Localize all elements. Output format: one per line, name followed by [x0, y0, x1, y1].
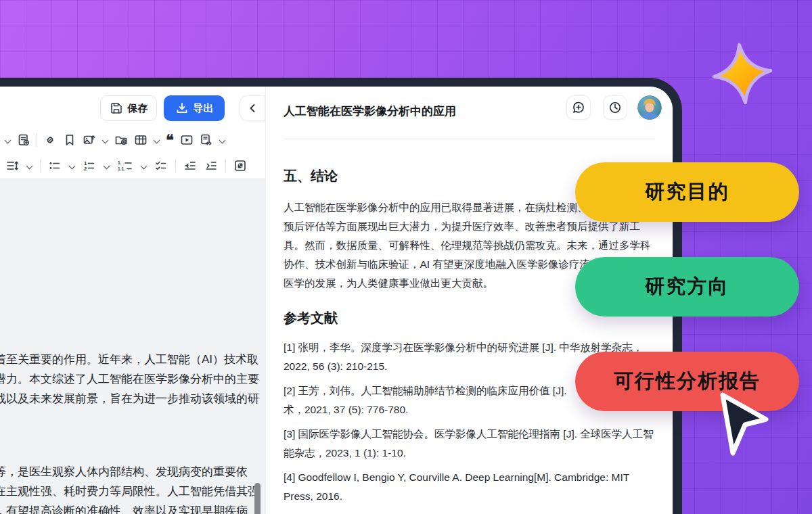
reference-line: 能杂志，2023, 1 (1): 1-10. [284, 444, 656, 463]
table-icon[interactable] [134, 133, 148, 147]
chevron-down-icon[interactable] [69, 163, 75, 169]
editor-action-bar: 保存 导出 [0, 95, 265, 121]
mouse-cursor [713, 391, 775, 460]
reference-item: [4] Goodfellow I, Bengio Y, Courville A.… [284, 468, 656, 506]
insert-file-icon[interactable] [114, 133, 128, 147]
badge-research-direction[interactable]: 研究方向 [575, 257, 799, 317]
app-window: 保存 导出 [0, 87, 673, 514]
format-toolbar-row-1: ❝ [0, 133, 225, 147]
document-title: 人工智能在医学影像分析中的应用 [284, 103, 456, 119]
add-comment-button[interactable] [566, 95, 591, 120]
chevron-down-icon[interactable] [154, 137, 160, 143]
badge-label: 研究目的 [646, 179, 729, 206]
collapse-panel-button[interactable] [240, 95, 265, 121]
line-spacing-icon[interactable] [5, 159, 19, 172]
video-icon[interactable] [180, 133, 194, 147]
insert-page-icon[interactable] [17, 133, 30, 147]
reference-line: Press, 2016. [284, 487, 656, 506]
badge-label: 研究方向 [646, 273, 729, 300]
chevron-down-icon[interactable] [26, 163, 32, 169]
numbered-list-icon[interactable]: 1 2 [83, 159, 96, 172]
badge-research-purpose[interactable]: 研究目的 [575, 162, 799, 222]
download-icon [175, 101, 189, 115]
editor-document-area[interactable]: 着至关重要的作用。近年来，人工智能（AI）技术取 潜力。本文综述了人工智能在医学… [0, 179, 265, 514]
image-upload-icon[interactable] [83, 133, 96, 147]
indent-icon[interactable] [204, 159, 218, 172]
reference-line: [4] Goodfellow I, Bengio Y, Courville A.… [284, 468, 656, 487]
checklist-icon[interactable] [154, 159, 168, 172]
chevron-down-icon[interactable] [104, 163, 110, 169]
code-block-icon[interactable] [200, 133, 213, 147]
fullscreen-icon[interactable] [233, 159, 247, 172]
sparkle-star-icon [711, 42, 773, 106]
conclusion-line: 具。然而，数据质量、可解释性、伦理规范等挑战仍需攻克。未来，通过多学科 [284, 236, 656, 255]
comment-plus-icon [571, 100, 586, 115]
reference-line: [5] Ronneberger O, Fischer P, Brox T, U-… [284, 511, 656, 514]
toolbar-divider [225, 159, 226, 172]
export-button-label: 导出 [194, 102, 214, 115]
chevron-down-icon[interactable] [219, 137, 225, 143]
chevron-down-icon[interactable] [102, 137, 108, 143]
svg-text:1.: 1. [118, 160, 122, 165]
save-button[interactable]: 保存 [100, 95, 157, 121]
export-button[interactable]: 导出 [164, 95, 225, 121]
bookmark-icon[interactable] [63, 133, 76, 147]
multilevel-list-icon[interactable]: 1. 1.1. [117, 159, 133, 172]
reference-item: [3] 国际医学影像人工智能协会。医学影像人工智能伦理指南 [J]. 全球医学人… [284, 425, 656, 463]
avatar-image [637, 95, 662, 120]
clock-icon [608, 100, 623, 115]
toolbar-divider [175, 159, 176, 172]
save-button-label: 保存 [128, 102, 148, 115]
history-button[interactable] [603, 95, 627, 120]
editor-scrollbar[interactable] [254, 483, 261, 514]
outdent-icon[interactable] [183, 159, 197, 172]
blockquote-icon[interactable]: ❝ [166, 133, 174, 147]
reference-line: [3] 国际医学影像人工智能协会。医学影像人工智能伦理指南 [J]. 全球医学人… [284, 425, 656, 444]
bullet-list-icon[interactable] [48, 159, 62, 172]
user-avatar[interactable] [637, 95, 662, 120]
chevron-down-icon[interactable] [141, 163, 147, 169]
svg-text:1.1.: 1.1. [118, 166, 125, 171]
save-floppy-icon [110, 101, 123, 115]
toolbar-divider [40, 159, 41, 172]
purple-grid-background: 保存 导出 [0, 0, 812, 514]
reference-item: [5] Ronneberger O, Fischer P, Brox T, U-… [284, 511, 656, 514]
editor-panel: 保存 导出 [0, 87, 265, 514]
toolbar-divider [37, 133, 37, 147]
link-icon[interactable] [43, 133, 57, 147]
chevron-left-icon [249, 103, 256, 113]
format-toolbar-row-2: 1 2 1. 1.1. [0, 159, 247, 172]
chevron-down-icon[interactable] [5, 137, 11, 143]
svg-text:2: 2 [84, 166, 87, 172]
